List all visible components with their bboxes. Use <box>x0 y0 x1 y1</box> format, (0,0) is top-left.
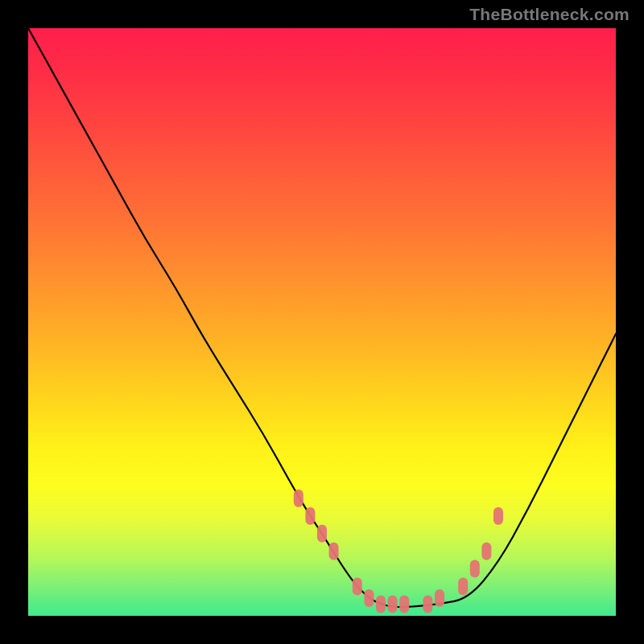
bottleneck-curve <box>28 28 616 607</box>
marker-dot <box>294 489 303 507</box>
highlight-markers <box>294 489 503 613</box>
marker-dot <box>399 595 409 613</box>
marker-dot <box>493 507 503 525</box>
marker-dot <box>481 543 491 560</box>
marker-dot <box>376 595 386 613</box>
marker-dot <box>470 560 480 578</box>
marker-dot <box>364 589 374 607</box>
plot-area <box>28 28 616 616</box>
marker-dot <box>435 589 444 607</box>
chart-stage: TheBottleneck.com <box>0 0 644 644</box>
marker-dot <box>329 543 339 560</box>
watermark-text: TheBottleneck.com <box>469 5 630 24</box>
marker-dot <box>317 525 327 543</box>
marker-dot <box>388 595 398 613</box>
curve-layer <box>28 28 616 616</box>
marker-dot <box>423 595 432 613</box>
marker-dot <box>458 578 468 596</box>
marker-dot <box>305 507 315 525</box>
marker-dot <box>353 578 362 596</box>
